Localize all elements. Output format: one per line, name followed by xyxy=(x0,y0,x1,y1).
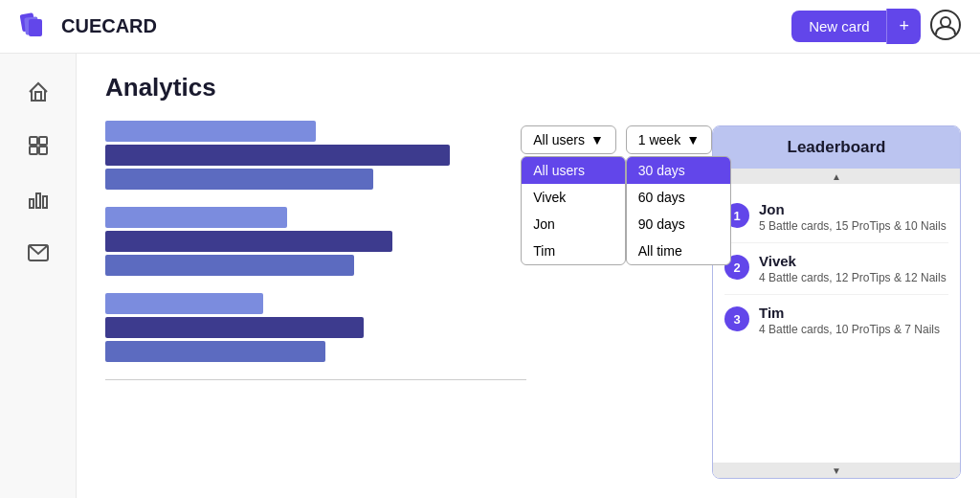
dropdown-option-jon[interactable]: Jon xyxy=(522,211,625,238)
sidebar-item-mail[interactable] xyxy=(15,230,61,276)
bar-mid xyxy=(105,255,354,276)
lb-info-2: Vivek 4 Battle cards, 12 ProTips & 12 Na… xyxy=(759,253,948,284)
svg-rect-7 xyxy=(30,147,37,154)
time-dropdown-menu: 30 days 60 days 90 days All time xyxy=(626,156,731,265)
sidebar-item-grid[interactable] xyxy=(15,123,61,169)
users-dropdown-menu: All users Vivek Jon Tim xyxy=(521,156,626,265)
users-dropdown-chevron: ▼ xyxy=(590,132,604,147)
bar-row xyxy=(105,255,526,276)
time-dropdown: 1 week ▼ 30 days 60 days 90 days All tim… xyxy=(626,125,712,154)
bar-light xyxy=(105,121,316,142)
main-layout: Analytics xyxy=(0,54,980,498)
leaderboard: Leaderboard ▲ 1 Jon 5 Battle cards, 15 P… xyxy=(712,125,961,479)
time-dropdown-chevron: ▼ xyxy=(686,132,700,147)
mail-icon xyxy=(27,241,50,264)
svg-rect-8 xyxy=(39,147,47,154)
dropdown-option-90days[interactable]: 90 days xyxy=(627,211,730,238)
bar-row xyxy=(105,121,526,142)
dropdowns-area: All users ▼ All users Vivek Jon Tim 1 we… xyxy=(521,125,712,154)
bar-row xyxy=(105,169,526,190)
lb-name-3: Tim xyxy=(759,305,948,321)
lb-name-1: Jon xyxy=(759,201,948,217)
bar-group-2 xyxy=(105,207,526,276)
bar-row xyxy=(105,207,526,228)
logo: CUECARD xyxy=(19,10,157,44)
svg-rect-9 xyxy=(30,199,33,208)
svg-rect-11 xyxy=(43,196,47,208)
bar-mid xyxy=(105,341,325,362)
svg-point-4 xyxy=(941,17,950,27)
bar-light xyxy=(105,293,263,314)
leaderboard-item-1: 1 Jon 5 Battle cards, 15 ProTips & 10 Na… xyxy=(724,192,948,243)
leaderboard-item-2: 2 Vivek 4 Battle cards, 12 ProTips & 12 … xyxy=(724,243,948,295)
bar-mid xyxy=(105,169,373,190)
dropdown-option-alltime[interactable]: All time xyxy=(627,238,730,264)
new-card-button-group: New card + xyxy=(791,9,921,44)
bar-dark xyxy=(105,145,450,166)
scroll-down-arrow[interactable]: ▼ xyxy=(713,463,960,478)
users-dropdown-label: All users xyxy=(533,132,585,147)
logo-text: CUECARD xyxy=(61,15,157,37)
profile-button[interactable] xyxy=(930,10,961,43)
header-right: New card + xyxy=(791,9,961,44)
logo-icon xyxy=(19,10,54,44)
profile-icon xyxy=(930,29,961,43)
x-axis xyxy=(105,379,526,380)
dropdown-option-30days[interactable]: 30 days xyxy=(627,157,730,184)
analytics-icon xyxy=(27,188,50,211)
dropdown-option-all-users[interactable]: All users xyxy=(522,157,625,184)
dropdown-option-vivek[interactable]: Vivek xyxy=(522,184,625,211)
lb-name-2: Vivek xyxy=(759,253,948,269)
users-dropdown: All users ▼ All users Vivek Jon Tim xyxy=(521,125,616,154)
home-icon xyxy=(27,80,50,103)
bar-row xyxy=(105,341,526,362)
page-title: Analytics xyxy=(105,73,951,102)
grid-icon xyxy=(27,134,50,157)
header: CUECARD New card + xyxy=(0,0,980,54)
dropdown-option-60days[interactable]: 60 days xyxy=(627,184,730,211)
sidebar-item-home[interactable] xyxy=(15,69,61,115)
leaderboard-body: 1 Jon 5 Battle cards, 15 ProTips & 10 Na… xyxy=(713,184,960,463)
lb-sub-3: 4 Battle cards, 10 ProTips & 7 Nails xyxy=(759,323,948,336)
bar-row xyxy=(105,231,526,252)
sidebar-item-analytics[interactable] xyxy=(15,176,61,222)
time-dropdown-trigger[interactable]: 1 week ▼ xyxy=(626,125,712,154)
users-dropdown-trigger[interactable]: All users ▼ xyxy=(521,125,616,154)
svg-rect-5 xyxy=(30,137,37,145)
lb-sub-2: 4 Battle cards, 12 ProTips & 12 Nails xyxy=(759,271,948,284)
lb-info-3: Tim 4 Battle cards, 10 ProTips & 7 Nails xyxy=(759,305,948,336)
content-area: Analytics xyxy=(77,54,980,498)
svg-rect-2 xyxy=(29,19,42,36)
leaderboard-item-3: 3 Tim 4 Battle cards, 10 ProTips & 7 Nai… xyxy=(724,295,948,346)
bar-group-1 xyxy=(105,121,526,190)
new-card-plus-btn[interactable]: + xyxy=(886,9,921,44)
sidebar xyxy=(0,54,77,498)
svg-rect-6 xyxy=(39,137,47,145)
lb-info-1: Jon 5 Battle cards, 15 ProTips & 10 Nail… xyxy=(759,201,948,233)
svg-rect-10 xyxy=(36,193,40,208)
bar-dark xyxy=(105,231,392,252)
dropdown-option-tim[interactable]: Tim xyxy=(522,238,625,264)
bar-dark xyxy=(105,317,364,338)
svg-point-3 xyxy=(931,11,960,39)
new-card-text-btn[interactable]: New card xyxy=(791,11,886,42)
bar-light xyxy=(105,207,287,228)
bar-row xyxy=(105,293,526,314)
lb-sub-1: 5 Battle cards, 15 ProTips & 10 Nails xyxy=(759,219,948,233)
time-dropdown-label: 1 week xyxy=(638,132,680,147)
bar-group-3 xyxy=(105,293,526,362)
bar-row xyxy=(105,145,526,166)
chart-container xyxy=(105,121,526,479)
scroll-up-arrow[interactable]: ▲ xyxy=(713,169,960,184)
leaderboard-header: Leaderboard xyxy=(713,126,960,169)
rank-badge-3: 3 xyxy=(724,306,749,331)
bar-row xyxy=(105,317,526,338)
